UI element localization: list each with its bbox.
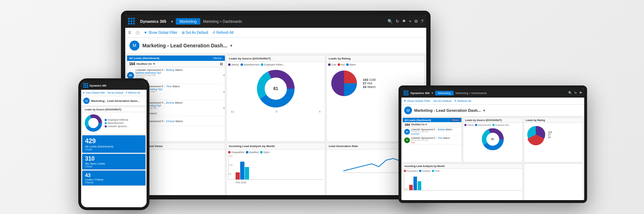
list-item: Qualified (246, 151, 259, 153)
tablet-dashboard: All Leads (Dashboard) Filtered 164 Modif… (401, 116, 584, 200)
tablet-screen: Dynamics 365 ▾ Marketing Marketing > Das… (401, 88, 584, 200)
incoming-lead-widget: Incoming Lead Analysis by Month Disquali… (226, 143, 325, 195)
list-item: Cold (328, 63, 336, 66)
lead-date: 3/4/2018 5:38 PM (136, 74, 222, 77)
phone-default-btn[interactable]: Set As Default (107, 92, 123, 94)
breadcrumb: Marketing > Dashboards (203, 20, 385, 24)
incoming-legend: Disqualified Qualified Open (228, 151, 323, 153)
table-row[interactable]: Bf LinkedIn Sponsored F... Bobby Warm 3/… (403, 127, 461, 136)
list-item: (blank) (228, 63, 239, 66)
tablet-app-name: Dynamics 365 (411, 92, 429, 95)
tablet-modified-label: Modified On ▾ (411, 123, 427, 126)
phone-stat-2: 310 My Open Leads Chose (82, 154, 146, 169)
tablet-source-widget: Leads by Source (DOUGHNUT) (blank) Adver… (463, 118, 522, 162)
chevron-down-icon[interactable]: ▾ (230, 43, 232, 48)
page-icon: M (130, 41, 139, 51)
phone-screen: Dynamics 365 ▼ View Global Filter Set As… (81, 81, 147, 207)
monitor-page-header: M Marketing - Lead Generation Dash... ▾ (125, 38, 426, 54)
tablet-lead-count: 164 (405, 123, 410, 126)
tablet-flag-icon[interactable]: ⚑ (579, 91, 582, 95)
tablet-module-name[interactable]: Marketing (435, 91, 453, 95)
modified-on-label: Modified On (137, 62, 152, 66)
bar-disqualified (236, 172, 240, 179)
incoming-lead-title: Incoming Lead Analysis by Month (227, 143, 324, 150)
tablet-incoming-legend: Disqualified Qualified Open (404, 170, 521, 172)
list-item: 24 (548, 136, 552, 139)
tablet-rating-widget: Leads by Rating 163 27 24 (524, 118, 583, 162)
tablet-lead-name: LinkedIn Sponsored F... Bobby Warm (411, 128, 460, 131)
tablet-search-icon[interactable]: 🔍 (568, 91, 572, 95)
leads-modified-header: 164 Modified On ▾ ⊟ (127, 61, 225, 67)
tablet-empty-widget (524, 163, 583, 200)
tablet-bar-open (418, 181, 421, 190)
stat-number-2: 310 (85, 156, 143, 162)
tablet-leads-widget: All Leads (Dashboard) Filtered 164 Modif… (402, 118, 462, 162)
bars-group (236, 162, 249, 179)
tablet-lead-name2: LinkedIn Sponsored F... Tina Warm (411, 137, 460, 139)
y-axis-label: 50 (228, 173, 231, 175)
phone-toolbar: ▼ View Global Filter Set As Default ↺ Re… (81, 90, 147, 96)
list-item: (blank) (464, 124, 474, 126)
stat-number-3: 43 (85, 172, 143, 178)
tablet-page-header: M Marketing - Lead Generation Dash... ▾ (401, 105, 584, 116)
monitor-topbar: Dynamics 365 ▾ Marketing Marketing > Das… (125, 15, 426, 28)
expand-icon[interactable]: ▾ (223, 106, 225, 110)
settings-icon[interactable]: ⚙ (414, 19, 418, 24)
phone-donut-chart (84, 113, 103, 133)
tablet-bar-qual (413, 177, 417, 190)
list-item: Hot (338, 63, 345, 66)
stat-number-1: 429 (85, 137, 143, 145)
stat-label-1: All Leads (Dashboard) (85, 145, 143, 148)
tablet-filter-badge: Filtered (450, 119, 460, 121)
tablet-page-title: Marketing - Lead Generation Dash... (414, 108, 481, 113)
tablet-bar-chart: 200 (404, 173, 521, 190)
phone-refresh-btn[interactable]: ↺ Refresh All (125, 92, 140, 94)
leads-rating-title: Leads by Rating (327, 56, 424, 62)
expand-icon[interactable]: ▾ (223, 90, 225, 94)
show-global-filter-button[interactable]: ▼ Show Global Filter (144, 31, 178, 35)
tablet-lead-status2: Lost (411, 141, 460, 143)
tablet-leads-header: All Leads (Dashboard) Filtered (403, 118, 461, 122)
app-name[interactable]: Dynamics 365 (138, 19, 168, 24)
phone-topbar: Dynamics 365 (81, 81, 147, 90)
module-name[interactable]: Marketing (176, 18, 200, 25)
tablet-chevron-icon[interactable]: ▾ (483, 108, 485, 113)
tablet-filter-btn[interactable]: ▼ Show Global Filter (403, 99, 431, 103)
set-default-button[interactable]: ⊞ Set As Default (182, 31, 208, 35)
leads-widget-header: All Leads (Dashboard) Filtered (127, 56, 225, 61)
table-row[interactable]: Tf LinkedIn Sponsored F... Tina Warm 3/2… (403, 136, 461, 145)
x-axis-label: Feb 2018 (236, 181, 246, 184)
filter-rows-icon[interactable]: ⊟ (220, 62, 223, 66)
waffle-icon[interactable] (128, 18, 135, 25)
page-title: Marketing - Lead Generation Dash... (142, 43, 227, 48)
tablet-waffle-icon[interactable] (403, 90, 408, 95)
tablet-rating-title: Leads by Rating (524, 118, 583, 123)
add-icon[interactable]: + (409, 19, 411, 24)
avatar: Bf (404, 129, 410, 135)
search-icon[interactable]: 🔍 (387, 19, 393, 24)
list-item: Advertisement (241, 63, 260, 66)
phone-waffle-icon[interactable] (83, 83, 88, 88)
cold-value: 163 Cold (363, 78, 376, 82)
phone-app-name: Dynamics 365 (90, 84, 106, 87)
tablet-default-btn[interactable]: Set As Default (433, 99, 452, 103)
list-item: Advertisement (105, 122, 129, 124)
expand-icon[interactable]: ▾ (223, 73, 225, 77)
refresh-all-button[interactable]: ↺ Refresh All (212, 31, 233, 35)
lead-company: LinkedIn Sponsored F... Bobby Warm (136, 68, 222, 72)
phone-page-icon: M (83, 98, 90, 104)
refresh-icon[interactable]: ↻ (396, 19, 399, 24)
avatar: Tf (404, 137, 410, 143)
tablet-y-label: 200 (404, 188, 408, 190)
tablet-refresh-btn[interactable]: ↺ Refresh All (454, 99, 471, 103)
tablet-dropdown-icon: ▾ (432, 92, 433, 95)
list-item: LinkedIn Sponsor... (105, 125, 129, 127)
tablet-leads-list: Bf LinkedIn Sponsored F... Bobby Warm 3/… (403, 127, 461, 145)
location-icon[interactable]: ⚑ (402, 19, 406, 24)
phone-filter-btn[interactable]: ▼ View Global Filter (83, 92, 105, 94)
filter-icon: ▼ (144, 31, 147, 35)
menu-icon[interactable]: ☰ (128, 31, 131, 35)
tablet-lead-status: Qualified (411, 133, 460, 135)
help-icon[interactable]: ? (421, 19, 423, 24)
tablet-refresh-icon[interactable]: ↻ (574, 91, 577, 95)
